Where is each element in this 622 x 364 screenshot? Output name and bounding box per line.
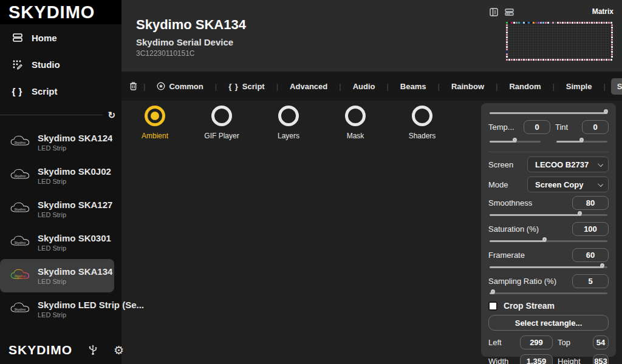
led-dot — [601, 59, 603, 61]
tab-simple[interactable]: Simple — [560, 78, 598, 95]
sidebar-item-home[interactable]: Home — [0, 24, 121, 51]
top-value[interactable]: 54 — [593, 335, 609, 349]
tab-beams[interactable]: Beams — [394, 78, 432, 95]
led-dot — [533, 22, 535, 24]
divider — [0, 115, 103, 115]
temp-label: Temp... — [488, 123, 519, 132]
tab-rainbow[interactable]: Rainbow — [445, 78, 490, 95]
height-value[interactable]: 853 — [593, 354, 609, 364]
led-dot — [518, 22, 520, 24]
smoothness-value[interactable]: 80 — [572, 196, 609, 210]
led-dot — [538, 59, 539, 61]
skydimo-cloud-icon: Skydimo — [10, 135, 33, 150]
mode-shaders[interactable]: Shaders — [389, 106, 456, 140]
led-dot — [611, 34, 613, 36]
device-item[interactable]: Skydimo Skydimo SKA124 LED Strip — [0, 126, 121, 159]
main-content: Ambient GIF Player Layers Mask Shaders — [121, 101, 622, 364]
tab-label: Advanced — [290, 82, 327, 91]
sidebar-item-script[interactable]: { } Script — [0, 78, 121, 104]
device-item[interactable]: Skydimo Skydimo SK0301 LED Strip — [0, 226, 121, 259]
mode-select[interactable]: Screen Copy — [527, 177, 609, 192]
led-dot — [610, 59, 612, 61]
led-dot — [572, 22, 573, 24]
led-dot — [596, 59, 598, 61]
select-rectangle-button[interactable]: Select rectangle... — [488, 315, 609, 331]
trash-icon[interactable] — [129, 78, 138, 94]
tab-advanced[interactable]: Advanced — [284, 78, 333, 95]
led-dot — [574, 59, 576, 61]
led-dot — [598, 22, 600, 24]
matrix-dots-top — [506, 22, 612, 24]
matrix-columns-icon[interactable] — [490, 8, 499, 16]
led-dot — [589, 22, 590, 24]
refresh-devices-button[interactable]: ↻ — [108, 110, 115, 120]
led-dot — [547, 22, 549, 24]
tab-separator: | — [143, 82, 145, 91]
device-name: Skydimo SK0J02 — [38, 166, 111, 177]
led-dot — [586, 22, 588, 24]
tint-slider[interactable] — [555, 138, 609, 145]
sampling-ratio-slider[interactable] — [488, 289, 609, 297]
device-type: LED Strip — [38, 144, 112, 152]
tab-label: Audio — [353, 82, 375, 91]
radio-ring-icon — [278, 106, 299, 126]
crop-stream-checkbox-row[interactable]: Crop Stream — [488, 301, 609, 311]
led-dot — [552, 59, 554, 61]
saturation-value[interactable]: 100 — [572, 222, 609, 236]
brightness-slider[interactable] — [488, 109, 609, 116]
tab-separator: | — [215, 82, 217, 91]
device-item[interactable]: Skydimo Skydimo LED Strip (Se... LED Str… — [0, 292, 121, 326]
led-dot — [591, 22, 593, 24]
led-dot — [516, 22, 518, 24]
left-value[interactable]: 299 — [520, 335, 553, 349]
framerate-row: Framerate 60 — [488, 248, 609, 262]
led-dot — [511, 59, 513, 61]
temp-slider[interactable] — [488, 138, 542, 145]
tab-special[interactable]: Special — [611, 78, 622, 95]
mode-ambient[interactable]: Ambient — [121, 106, 188, 140]
gear-icon[interactable]: ⚙ — [114, 343, 124, 357]
svg-text:Skydimo: Skydimo — [15, 208, 26, 211]
tab-random[interactable]: Random — [503, 78, 547, 95]
tab-audio[interactable]: Audio — [347, 78, 381, 95]
tint-value[interactable]: 0 — [582, 120, 609, 134]
smoothness-slider[interactable] — [488, 211, 609, 218]
studio-icon — [11, 58, 24, 71]
sampling-ratio-value[interactable]: 5 — [572, 274, 609, 288]
smoothness-label: Smoothness — [488, 198, 532, 207]
mode-layers[interactable]: Layers — [255, 106, 322, 140]
led-dot — [611, 53, 613, 55]
mode-mask[interactable]: Mask — [322, 106, 389, 140]
device-item-selected[interactable]: Skydimo Skydimo SKA134 LED Strip — [0, 259, 114, 292]
sidebar-item-studio[interactable]: Studio — [0, 51, 121, 78]
led-dot — [552, 22, 554, 24]
saturation-slider[interactable] — [488, 237, 609, 244]
checkbox-icon[interactable] — [488, 302, 497, 311]
tab-script[interactable]: { } Script — [222, 78, 271, 95]
led-dot — [506, 53, 508, 55]
led-dot — [611, 51, 613, 53]
width-value[interactable]: 1,359 — [520, 354, 553, 364]
framerate-slider[interactable] — [488, 263, 609, 271]
smoothness-row: Smoothness 80 — [488, 196, 609, 210]
framerate-value[interactable]: 60 — [572, 248, 609, 262]
radio-ring-icon — [145, 106, 165, 126]
device-item[interactable]: Skydimo Skydimo SKA127 LED Strip — [0, 192, 121, 226]
tab-label: Rainbow — [451, 82, 484, 91]
usb-icon[interactable] — [88, 345, 98, 356]
led-dot — [506, 24, 508, 26]
led-dot — [535, 22, 537, 24]
led-dot — [586, 59, 588, 61]
led-dot — [593, 22, 595, 24]
led-dot — [508, 22, 510, 24]
led-dot — [518, 59, 520, 61]
screen-select[interactable]: LECOO B2737 — [527, 157, 609, 172]
mode-gif-player[interactable]: GIF Player — [188, 106, 255, 140]
tab-label: Common — [169, 82, 203, 91]
led-dot — [611, 49, 613, 50]
temp-tint-sliders — [488, 136, 609, 146]
device-item[interactable]: Skydimo Skydimo SK0J02 LED Strip — [0, 159, 121, 192]
matrix-rows-icon[interactable] — [505, 8, 514, 16]
tab-common[interactable]: Common — [151, 78, 209, 95]
temp-value[interactable]: 0 — [524, 120, 550, 134]
